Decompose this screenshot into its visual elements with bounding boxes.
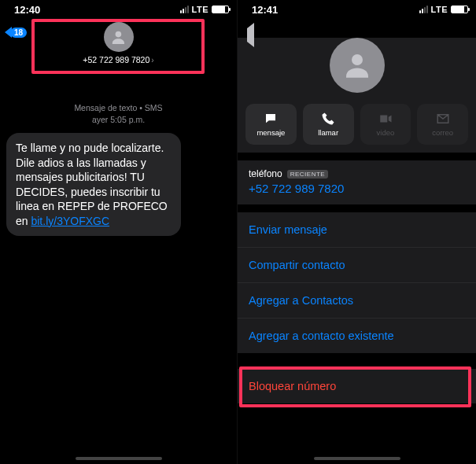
chevron-left-icon <box>247 23 254 47</box>
menu-share-contact[interactable]: Compartir contacto <box>238 247 476 282</box>
menu-block-number[interactable]: Bloquear número <box>238 369 476 403</box>
avatar-icon <box>104 22 134 52</box>
action-mail-label: correo <box>432 128 453 137</box>
battery-icon <box>212 6 229 13</box>
message-type-label: Mensaje de texto • SMS <box>0 102 237 114</box>
message-icon <box>264 112 278 126</box>
video-icon <box>378 112 393 126</box>
recent-badge: RECIENTE <box>287 170 328 179</box>
contact-header-panel: mensaje llamar video correo <box>238 38 476 153</box>
status-time: 12:40 <box>14 4 40 16</box>
svg-point-0 <box>116 31 122 37</box>
status-bar: 12:40 LTE <box>0 0 237 16</box>
contact-menu-1: Enviar mensaje Compartir contacto Agrega… <box>238 212 476 353</box>
menu-send-message[interactable]: Enviar mensaje <box>238 212 476 247</box>
avatar-icon <box>330 38 385 93</box>
contact-number: +52 722 989 7820 <box>83 55 149 64</box>
messages-thread-screen: 12:40 LTE 18 +52 722 989 7820 › Mensaje … <box>0 0 238 464</box>
phone-number[interactable]: +52 722 989 7820 <box>249 182 465 195</box>
contact-card-screen: 12:41 LTE mensaje llamar video <box>238 0 476 464</box>
action-video-label: video <box>377 128 395 137</box>
message-metadata: Mensaje de texto • SMS ayer 5:05 p.m. <box>0 102 237 125</box>
chevron-right-icon: › <box>151 56 153 64</box>
action-video: video <box>360 104 411 145</box>
status-bar: 12:41 LTE <box>238 0 476 16</box>
status-time: 12:41 <box>252 4 278 16</box>
thread-contact-header[interactable]: +52 722 989 7820 › <box>0 22 237 66</box>
action-call[interactable]: llamar <box>303 104 354 145</box>
contact-actions-row: mensaje llamar video correo <box>238 104 476 145</box>
back-button[interactable]: 18 <box>5 27 27 38</box>
back-button[interactable] <box>247 28 254 42</box>
network-label: LTE <box>431 5 448 14</box>
action-message-label: mensaje <box>256 128 285 137</box>
menu-add-contacts[interactable]: Agregar a Contactos <box>238 282 476 318</box>
contact-menu-2: Bloquear número <box>238 369 476 403</box>
action-mail: correo <box>417 104 468 145</box>
signal-icon <box>180 6 189 13</box>
action-call-label: llamar <box>318 128 338 137</box>
svg-point-1 <box>352 54 363 65</box>
menu-add-existing[interactable]: Agregar a contacto existente <box>238 318 476 353</box>
mail-icon <box>436 112 450 126</box>
battery-icon <box>451 6 468 13</box>
home-indicator[interactable] <box>76 457 162 460</box>
incoming-message-bubble[interactable]: Te llame y no pude localizarte. Dile adi… <box>6 133 181 236</box>
home-indicator[interactable] <box>314 457 400 460</box>
network-label: LTE <box>192 5 208 14</box>
phone-section[interactable]: teléfono RECIENTE +52 722 989 7820 <box>238 160 476 204</box>
signal-icon <box>419 6 428 13</box>
message-link[interactable]: bit.ly/3YOFXGC <box>31 215 109 227</box>
phone-field-label: teléfono <box>249 168 282 179</box>
unread-badge: 18 <box>10 28 27 38</box>
action-message[interactable]: mensaje <box>245 104 297 145</box>
phone-icon <box>321 112 335 126</box>
message-time-label: ayer 5:05 p.m. <box>0 114 237 126</box>
